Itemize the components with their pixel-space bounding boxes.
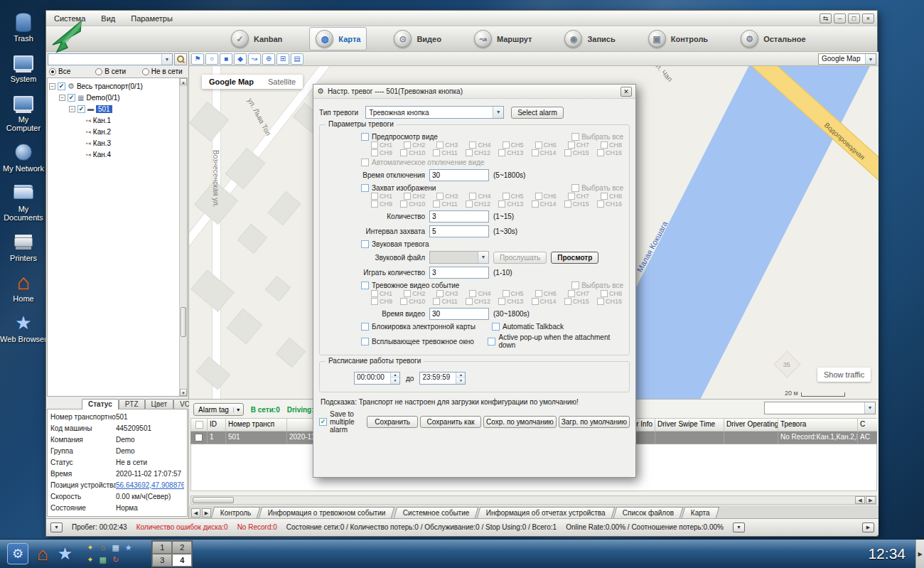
desktop-icon[interactable]: Web Browser [0,312,47,343]
taskbar-browser-icon[interactable]: ★ [58,544,73,564]
bottom-tab[interactable]: Список файлов [613,507,684,518]
alarm-tag-button[interactable]: Alarm tag ▼ [193,403,244,416]
workspace-cell[interactable]: 1 [152,541,172,554]
tree-channel-item[interactable]: ▪◂ Кан.2 [49,126,186,137]
column-vehicle[interactable]: Номер трансп [226,418,287,432]
view-button[interactable]: Просмотр [551,252,598,264]
bottom-tab[interactable]: Информация об отчетах устройства [477,507,615,518]
tree-checkbox[interactable] [58,82,65,90]
select-all-checkbox[interactable] [571,133,579,141]
filter-radio[interactable]: В сети [95,68,139,75]
bottom-tab[interactable]: Контроль [211,507,261,518]
channel-checkbox[interactable]: CH11 [433,149,457,156]
channel-checkbox[interactable]: CH14 [532,149,557,156]
bottom-tab[interactable]: Карта [682,507,719,518]
menu-params[interactable]: Параметры [123,14,181,23]
filter-radio[interactable]: Все [49,68,92,75]
channel-checkbox[interactable]: CH9 [371,149,392,156]
search-input[interactable] [48,54,161,65]
dialog-close-button[interactable]: ✕ [621,87,632,97]
save-button[interactable]: Сохранить [367,416,418,428]
channel-checkbox[interactable]: CH3 [436,290,458,297]
collapse-icon[interactable]: − [49,83,55,90]
scrollbar-thumb[interactable] [181,307,186,337]
status-dropdown-icon[interactable]: ▼ [50,523,63,532]
channel-checkbox[interactable]: CH14 [532,298,557,305]
taskbar-menu-icon[interactable]: ⚙ [7,543,28,564]
desktop-icon[interactable]: My Network [0,141,47,173]
tab-record[interactable]: ◉ Запись [559,28,621,50]
channel-checkbox[interactable]: CH4 [469,290,490,297]
video-time-input[interactable] [429,308,489,320]
tab-video[interactable]: ⊙ Видео [388,28,447,50]
channel-checkbox[interactable]: CH5 [503,141,524,149]
select-all-checkbox[interactable] [190,418,208,432]
channel-checkbox[interactable]: CH11 [433,298,457,305]
tree-scrollbar[interactable]: ▲ ▼ [179,78,187,396]
horizontal-scrollbar[interactable]: ◀ ▶ [190,495,877,505]
bottom-tab[interactable]: Информация о тревожном событии [259,507,395,518]
channel-checkbox[interactable]: CH6 [535,193,557,200]
save-multiple-checkbox[interactable]: Save to multiple alarm [319,410,360,434]
channel-checkbox[interactable]: CH12 [466,200,490,208]
tray-icon-5[interactable]: ✦ [84,554,96,566]
tray-icon-7[interactable]: ↻ [109,554,122,566]
channel-checkbox[interactable]: CH2 [404,141,425,149]
chevron-down-icon[interactable]: ▼ [161,54,172,65]
minimize-button[interactable]: – [834,14,846,23]
info-tab[interactable]: Статус [82,399,119,409]
tray-icon-3[interactable]: ▦ [109,542,122,554]
map-type-map[interactable]: Google Map [202,75,261,89]
status-play-icon[interactable]: ▶ [862,523,874,532]
tree-checkbox[interactable] [68,94,75,102]
channel-checkbox[interactable]: CH16 [597,149,622,156]
tab-route[interactable]: ↝ Маршрут [468,28,538,50]
channel-checkbox[interactable]: CH1 [371,290,392,297]
close-button[interactable]: × [862,14,874,23]
capture-checkbox[interactable] [361,184,369,192]
channel-checkbox[interactable]: CH9 [371,298,392,305]
column-alarm[interactable]: Тревога [778,418,858,432]
channel-checkbox[interactable]: CH12 [466,149,490,156]
channel-checkbox[interactable]: CH15 [564,149,589,156]
channel-checkbox[interactable]: CH13 [498,149,523,156]
channel-checkbox[interactable]: CH3 [436,193,458,200]
channel-checkbox[interactable]: CH5 [503,290,524,297]
time-to-spinner[interactable]: 23:59:59 ▲▼ [419,372,466,385]
taskbar-home-icon[interactable]: ⌂ [37,543,48,565]
scroll-up-icon[interactable]: ▲ [180,78,187,85]
tree-channel-item[interactable]: ▪◂ Кан.1 [49,114,186,126]
fullscreen-tool-icon[interactable]: ⊞ [276,53,289,65]
map-provider-select[interactable]: Google Map ▼ [818,53,876,65]
channel-checkbox[interactable]: CH12 [466,298,490,305]
desktop-icon[interactable]: System [0,52,47,83]
tab-control[interactable]: ▣ Контроль [643,28,714,50]
channel-checkbox[interactable]: CH9 [371,200,392,208]
channel-checkbox[interactable]: CH15 [564,200,589,208]
channel-checkbox[interactable]: CH6 [535,141,557,149]
channel-checkbox[interactable]: CH4 [469,193,490,200]
taskbar-expander-icon[interactable]: ▶ [915,540,924,568]
select-alarm-button[interactable]: Select alarm [511,107,564,119]
channel-checkbox[interactable]: CH1 [371,141,392,149]
scrollbar-thumb[interactable] [193,497,234,503]
collapse-icon[interactable]: − [69,106,75,112]
column-c[interactable]: С [858,418,877,432]
alarm-type-select[interactable]: Тревожная кнопка ▼ [365,106,504,119]
column-id[interactable]: ID [208,418,226,432]
circle-tool-icon[interactable]: ○ [205,53,218,65]
channel-checkbox[interactable]: CH8 [601,141,622,149]
listen-button[interactable]: Прослушать [493,252,547,264]
tree-channel-item[interactable]: ▪◂ Кан.4 [49,149,186,160]
channel-checkbox[interactable]: CH10 [400,200,425,208]
tab-map[interactable]: ◍ Карта [309,27,367,50]
map-type-satellite[interactable]: Satellite [261,75,303,89]
tree-channel-item[interactable]: ▪◂ Кан.3 [49,137,186,149]
desktop-icon[interactable]: Trash [0,11,47,43]
dialog-titlebar[interactable]: ⚙ Настр. тревог ---- 501(Тревожная кнопк… [313,85,635,99]
select-all-checkbox[interactable] [571,184,579,192]
bottom-tab[interactable]: Системное событие [394,507,479,518]
auto-close-video-checkbox[interactable] [361,159,369,166]
column-driver-swipe[interactable]: Driver Swipe Time [655,418,724,432]
desktop-icon[interactable]: Home [0,272,47,303]
